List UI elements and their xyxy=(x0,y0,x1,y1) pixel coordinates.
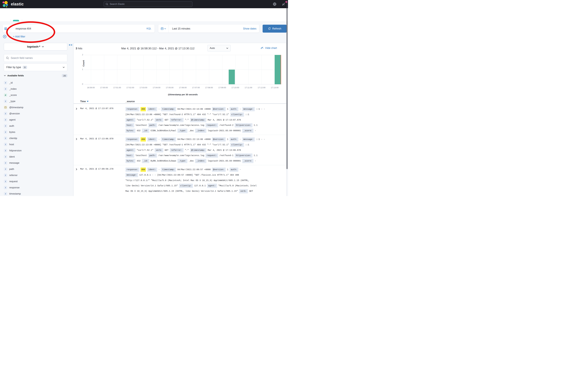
field-name: timestamp xyxy=(9,192,21,195)
x-axis-tick-label: 17:05:00 xyxy=(162,86,177,89)
field-name: path xyxy=(9,168,14,170)
current-time-marker xyxy=(281,55,281,84)
expand-row-icon[interactable] xyxy=(75,168,78,170)
refresh-button[interactable]: Refresh xyxy=(262,25,287,33)
x-axis-tick-label: 17:07:00 xyxy=(189,86,203,89)
field-name: httpversion xyxy=(9,149,22,152)
field-name: bytes xyxy=(9,131,15,134)
interval-select[interactable]: Auto xyxy=(207,45,230,51)
query-bar[interactable]: response:404 KQL xyxy=(3,25,154,33)
saved-query-menu-button[interactable] xyxy=(3,25,11,33)
row-time: Mar 4, 2021 @ 17:13:06.870 xyxy=(80,138,113,140)
field-pill: _type: xyxy=(177,129,187,133)
sidebar-field-item[interactable]: thost xyxy=(4,141,67,147)
date-picker[interactable]: Last 15 minutes Show dates xyxy=(158,25,259,33)
histogram-bar[interactable] xyxy=(229,70,235,84)
text-type-icon: t xyxy=(4,149,7,152)
field-name: response xyxy=(9,186,20,189)
field-value: ::1 xyxy=(245,143,249,146)
sidebar-field-item[interactable]: ttimestamp xyxy=(4,191,67,196)
text-type-icon: t xyxy=(4,137,7,140)
field-value: 04/Mar/2021:22:09:57 +0000 xyxy=(177,168,211,171)
field-value: logstash-2021.03.04-000001 xyxy=(208,130,241,132)
sidebar-field-item[interactable]: treferrer xyxy=(4,172,67,178)
filter-by-type-select[interactable]: Filter by type 0 xyxy=(4,63,67,71)
field-pill: agent: xyxy=(125,148,135,152)
expand-row-icon[interactable] xyxy=(75,138,78,140)
add-filter-button[interactable]: + Add filter xyxy=(13,35,25,38)
field-pill: request: xyxy=(205,123,218,127)
row-source-line: [04/Mar/2021:22:13:06 +0000] "GET /notfo… xyxy=(125,143,249,147)
show-dates-button[interactable]: Show dates xyxy=(243,27,257,30)
sidebar-field-item[interactable]: t_type xyxy=(4,98,67,104)
scrollbar[interactable] xyxy=(286,0,288,169)
field-name: @version xyxy=(9,112,20,115)
query-input-value[interactable]: response:404 xyxy=(16,27,146,30)
field-search-input[interactable]: Search field names xyxy=(4,54,67,62)
kibana-discover-page: elastic Search Elastic D Discover New Sa… xyxy=(0,0,288,196)
search-icon xyxy=(6,56,9,59)
sidebar-field-item[interactable]: @timestamp xyxy=(4,104,67,111)
expand-row-icon[interactable] xyxy=(75,108,78,110)
sidebar-field-item[interactable]: tbytes xyxy=(4,129,67,135)
highlight-match: 404 xyxy=(141,137,146,141)
field-value: 04/Mar/2021:22:13:06 +0000 xyxy=(177,138,211,140)
sidebar-field-item[interactable]: tresponse xyxy=(4,184,67,191)
column-header-time[interactable]: Time xyxy=(80,100,88,103)
available-fields-header[interactable]: Available fields 20 xyxy=(4,73,67,78)
field-value: "-" xyxy=(185,119,189,121)
field-pill: auth: xyxy=(230,107,238,111)
query-language-button[interactable]: KQL xyxy=(146,27,151,30)
sidebar-field-item[interactable]: t_index xyxy=(4,86,67,92)
text-type-icon: t xyxy=(4,155,7,158)
filter-icon[interactable] xyxy=(3,35,7,38)
sidebar-field-item[interactable]: tmessage xyxy=(4,160,67,166)
field-name: message xyxy=(9,162,19,164)
x-axis-tick-label: 16:59:00 xyxy=(84,86,98,89)
sidebar-field-item[interactable]: #_score xyxy=(4,92,67,98)
field-value: localhost xyxy=(135,124,147,126)
field-pill: message: xyxy=(242,107,255,111)
highlight-match: 404 xyxy=(141,107,146,111)
date-type-icon xyxy=(4,106,7,109)
text-type-icon: t xyxy=(4,124,7,128)
field-pill: ident: xyxy=(147,137,157,141)
table-row: Mar 4, 2021 @ 17:13:07.876response: 404 … xyxy=(74,105,286,135)
field-pill: verb: xyxy=(155,148,164,152)
quick-select-menu-button[interactable] xyxy=(158,25,169,33)
field-pill: clientip: xyxy=(230,143,244,147)
sidebar-field-item[interactable]: thttpversion xyxy=(4,147,67,154)
chevron-down-icon xyxy=(42,46,44,48)
field-pill: _index: xyxy=(195,129,206,133)
field-value: Mac OS X 10_15_6) AppleWebKit/605.1.15 (… xyxy=(125,190,238,192)
sidebar-field-item[interactable]: tauth xyxy=(4,123,67,129)
help-icon[interactable] xyxy=(273,2,276,6)
sidebar-field-item[interactable]: tident xyxy=(4,154,67,160)
field-pill: clientip: xyxy=(230,112,244,117)
sidebar-field-item[interactable]: tagent xyxy=(4,116,67,123)
field-value: - xyxy=(158,108,160,110)
column-header-source: _source xyxy=(125,100,135,103)
index-pattern-select[interactable]: logstash-* xyxy=(4,43,67,51)
elastic-logo[interactable]: elastic xyxy=(2,1,36,7)
chevron-down-icon xyxy=(4,75,6,77)
row-source-line: host: localhost path: /var/www/example.c… xyxy=(125,153,258,158)
field-pill: response: xyxy=(125,137,139,141)
field-pill: _score: xyxy=(242,129,254,133)
sidebar-field-item[interactable]: t_id xyxy=(4,80,67,86)
field-value: Mar 4, 2021 @ 17:13:06.870 xyxy=(208,149,241,151)
sidebar-field-item[interactable]: tpath xyxy=(4,166,67,172)
field-pill: httpversion: xyxy=(235,123,252,127)
sidebar-field-item[interactable]: t@version xyxy=(4,111,67,116)
time-range-value[interactable]: Last 15 minutes xyxy=(172,27,243,30)
global-search-placeholder: Search Elastic xyxy=(110,3,125,5)
field-value: 432 xyxy=(137,160,141,162)
hide-chart-button[interactable]: Hide chart xyxy=(260,46,277,50)
sidebar-field-item[interactable]: tclientip xyxy=(4,135,67,141)
collapse-sidebar-icon[interactable] xyxy=(69,44,73,48)
global-search-input[interactable]: Search Elastic xyxy=(104,1,192,7)
histogram-bar[interactable] xyxy=(275,55,281,84)
field-pill: clientip: xyxy=(179,184,193,188)
sidebar-field-item[interactable]: trequest xyxy=(4,178,67,184)
newsfeed-icon[interactable] xyxy=(282,2,285,6)
